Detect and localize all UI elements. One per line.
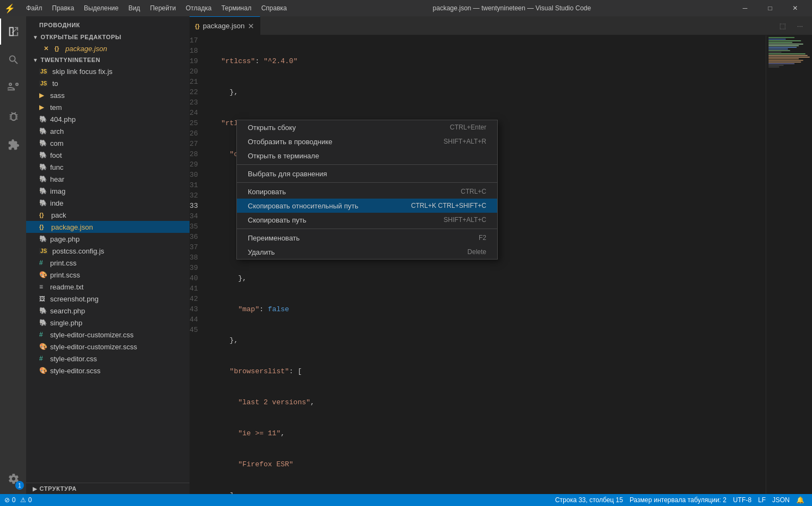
- file-item-single[interactable]: 🐘 single.php: [26, 317, 190, 329]
- filename: single.php: [50, 319, 82, 327]
- menu-debug[interactable]: Отладка: [181, 3, 216, 13]
- ctx-open-terminal[interactable]: Открыть в терминале: [237, 149, 497, 163]
- file-item-foot[interactable]: 🐘 foot: [26, 149, 190, 161]
- activity-debug[interactable]: [0, 103, 26, 129]
- activity-explorer[interactable]: [0, 18, 26, 45]
- line-num-17: 17: [190, 35, 208, 46]
- file-item-style-editor-css[interactable]: # style-editor.css: [26, 353, 190, 365]
- status-errors[interactable]: ⊘ 0 ⚠ 0: [4, 496, 32, 504]
- project-section[interactable]: ▼ TWENTYNINETEEN: [26, 54, 190, 65]
- file-item-func[interactable]: 🐘 func: [26, 161, 190, 173]
- open-editors-section[interactable]: ▼ ОТКРЫТЫЕ РЕДАКТОРЫ: [26, 32, 190, 42]
- status-encoding[interactable]: UTF-8: [730, 496, 755, 504]
- menu-terminal[interactable]: Терминал: [217, 3, 255, 13]
- file-item-print-css[interactable]: # print.css: [26, 257, 190, 269]
- ctx-copy-path-shortcut: SHIFT+ALT+C: [444, 216, 486, 224]
- filename: inde: [50, 199, 64, 207]
- file-item-style-editor-customizer-css[interactable]: # style-editor-customizer.css: [26, 329, 190, 341]
- file-item-postcss[interactable]: JS postcss.config.js: [26, 245, 190, 257]
- scss-icon-3: 🎨: [39, 367, 48, 374]
- file-item-style-editor-scss[interactable]: 🎨 style-editor.scss: [26, 365, 190, 377]
- minimap: [766, 35, 812, 494]
- js-icon-3: JS: [39, 248, 48, 254]
- sidebar: ПРОВОДНИК ▼ ОТКРЫТЫЕ РЕДАКТОРЫ ✕ {} pack…: [26, 16, 190, 494]
- filename: arch: [50, 127, 64, 135]
- filename: search.php: [50, 307, 85, 315]
- ctx-rename[interactable]: Переименовать F2: [237, 231, 497, 245]
- more-actions-button[interactable]: ···: [792, 18, 808, 33]
- file-icon-json: ✕: [44, 45, 52, 52]
- open-file-package-json[interactable]: ✕ {} package.json: [26, 42, 190, 54]
- file-item-hear[interactable]: 🐘 hear: [26, 173, 190, 185]
- ctx-copy-path[interactable]: Скопировать путь SHIFT+ALT+C: [237, 213, 497, 227]
- filename: style-editor-customizer.scss: [50, 343, 137, 351]
- menu-view[interactable]: Вид: [124, 3, 145, 13]
- menu-help[interactable]: Справка: [257, 3, 291, 13]
- file-item-to[interactable]: JS to: [26, 77, 190, 89]
- file-item-arch[interactable]: 🐘 arch: [26, 125, 190, 137]
- ctx-separator-3: [237, 229, 497, 229]
- tab-package-json[interactable]: {} package.json ✕: [190, 16, 260, 35]
- activity-bar: 1: [0, 16, 26, 494]
- line-numbers: 17 18 19 20 21 22 23 24 25 26 27 28 29 3…: [190, 35, 217, 494]
- file-item-readme[interactable]: ≡ readme.txt: [26, 281, 190, 293]
- line-num-42: 42: [190, 294, 208, 304]
- ctx-copy[interactable]: Копировать CTRL+C: [237, 184, 497, 199]
- status-tab-size[interactable]: Размер интервала табуляции: 2: [626, 496, 730, 504]
- menu-file[interactable]: Файл: [22, 3, 47, 13]
- file-item-print-scss[interactable]: 🎨 print.scss: [26, 269, 190, 281]
- line-num-38: 38: [190, 252, 208, 263]
- activity-source-control[interactable]: [0, 75, 26, 101]
- php-icon-9: 🐘: [39, 235, 48, 243]
- maximize-button[interactable]: □: [758, 0, 783, 16]
- line-num-29: 29: [190, 159, 208, 170]
- menu-edit[interactable]: Правка: [48, 3, 79, 13]
- filename: com: [50, 139, 64, 147]
- menu-go[interactable]: Перейти: [145, 3, 180, 13]
- app-icon: ⚡: [4, 3, 15, 14]
- file-item-pack[interactable]: {} pack: [26, 209, 190, 221]
- file-item-skip[interactable]: JS skip link focus fix.js: [26, 65, 190, 77]
- ctx-separator-2: [237, 182, 497, 183]
- line-num-21: 21: [190, 77, 208, 87]
- file-item-package-json[interactable]: {} package.json: [26, 221, 190, 233]
- window-title: package.json — twentynineteen — Visual S…: [296, 4, 728, 12]
- structure-section[interactable]: ▶ СТРУКТУРА: [26, 483, 190, 494]
- line-num-25: 25: [190, 118, 208, 128]
- ctx-copy-relative-path[interactable]: Скопировать относительный путь CTRL+K CT…: [237, 199, 497, 213]
- notification-badge: 1: [15, 481, 24, 490]
- line-num-36: 36: [190, 232, 208, 242]
- file-item-tem[interactable]: ▶ tem: [26, 101, 190, 113]
- tab-close-button[interactable]: ✕: [248, 22, 254, 30]
- file-item-screenshot[interactable]: 🖼 screenshot.png: [26, 293, 190, 305]
- file-item-404[interactable]: 🐘 404.php: [26, 113, 190, 125]
- window-controls: ─ □ ✕: [732, 0, 808, 16]
- file-item-imag[interactable]: 🐘 imag: [26, 185, 190, 197]
- menu-selection[interactable]: Выделение: [80, 3, 123, 13]
- close-button[interactable]: ✕: [783, 0, 808, 16]
- file-item-com[interactable]: 🐘 com: [26, 137, 190, 149]
- project-name: TWENTYNINETEEN: [40, 57, 100, 63]
- activity-search[interactable]: [0, 47, 26, 73]
- status-line-ending[interactable]: LF: [755, 496, 769, 504]
- ctx-reveal-explorer[interactable]: Отобразить в проводнике SHIFT+ALT+R: [237, 134, 497, 149]
- file-item-search[interactable]: 🐘 search.php: [26, 305, 190, 317]
- line-num-43: 43: [190, 304, 208, 314]
- ctx-copy-label: Копировать: [248, 188, 286, 196]
- line-num-18: 18: [190, 46, 208, 56]
- file-item-style-editor-customizer-scss[interactable]: 🎨 style-editor-customizer.scss: [26, 341, 190, 353]
- file-item-page[interactable]: 🐘 page.php: [26, 233, 190, 245]
- split-editor-button[interactable]: ⬚: [775, 18, 790, 33]
- minimize-button[interactable]: ─: [732, 0, 758, 16]
- ctx-delete[interactable]: Удалить Delete: [237, 245, 497, 259]
- ctx-delete-label: Удалить: [248, 248, 275, 256]
- activity-extensions[interactable]: [0, 132, 26, 158]
- ctx-select-compare[interactable]: Выбрать для сравнения: [237, 166, 497, 181]
- status-notification-bell[interactable]: 🔔: [793, 496, 808, 504]
- file-item-sass[interactable]: ▶ sass: [26, 89, 190, 101]
- file-item-inde[interactable]: 🐘 inde: [26, 197, 190, 209]
- status-language[interactable]: JSON: [769, 496, 793, 504]
- status-position[interactable]: Строка 33, столбец 15: [552, 496, 626, 504]
- ctx-rename-shortcut: F2: [479, 234, 486, 242]
- ctx-open-side[interactable]: Открыть сбоку CTRL+Enter: [237, 120, 497, 134]
